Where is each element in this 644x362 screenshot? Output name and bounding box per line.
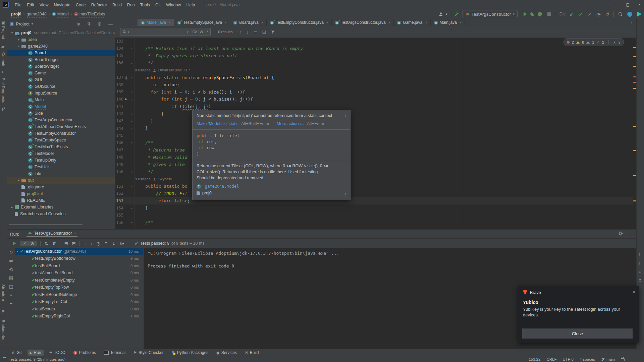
breadcrumb-item[interactable]: proj0 xyxy=(11,12,21,16)
test-history-icon[interactable]: ◷ xyxy=(94,241,102,246)
tree-item[interactable]: ▾game2048 xyxy=(7,43,115,50)
tree-item[interactable]: ▸.idea xyxy=(7,36,115,43)
build-hammer-icon[interactable] xyxy=(454,12,459,17)
scroll-to-source-icon[interactable]: ⌖ xyxy=(10,293,12,298)
line-separator[interactable]: CRLF xyxy=(546,357,556,361)
chevron-icon[interactable]: ▸ xyxy=(16,179,21,182)
tree-item[interactable]: Board xyxy=(7,50,115,56)
minimize-button[interactable]: — xyxy=(613,2,617,7)
rerun-tests-button[interactable] xyxy=(13,242,16,245)
tree-item[interactable]: InputSource xyxy=(7,90,115,97)
caret-position[interactable]: 153:22 xyxy=(529,357,540,361)
next-problem-icon[interactable]: ∨ xyxy=(618,41,621,44)
tree-item[interactable]: Tile xyxy=(7,170,115,177)
maximize-button[interactable]: ▢ xyxy=(626,2,630,7)
toolwindow-button-problems[interactable]: !Problems xyxy=(71,350,98,356)
project-tool-icon[interactable]: ▣ xyxy=(1,20,5,25)
prev-occurrence-icon[interactable]: ↑ xyxy=(239,29,242,35)
next-occurrence-icon[interactable]: ↓ xyxy=(247,29,249,35)
test-root-row[interactable]: ▾✔ TestArgsConstructor(game2048)10 ms xyxy=(15,248,143,255)
tree-item[interactable]: Main xyxy=(7,97,115,103)
tab-close-icon[interactable]: × xyxy=(225,20,227,24)
chevron-icon[interactable]: ▾ xyxy=(9,31,15,35)
show-passed-toggle[interactable]: ✓ xyxy=(21,241,29,246)
ide-update-icon[interactable]: ↑ xyxy=(627,12,632,17)
toolwindow-button-git[interactable]: ⋔Git xyxy=(9,350,24,356)
select-all-occurrences-icon[interactable]: ▭ xyxy=(253,29,257,35)
expand-all-icon[interactable]: ⊞ xyxy=(62,241,70,246)
filter-icon[interactable] xyxy=(271,30,275,34)
tree-item[interactable]: TestAtLeastOneMoveExists xyxy=(7,123,115,130)
run-tab-close-icon[interactable]: × xyxy=(74,231,76,235)
tab-options-icon[interactable]: ⋮ xyxy=(630,20,634,25)
locate-file-icon[interactable]: ⊕ xyxy=(76,21,80,26)
readonly-lock-icon[interactable] xyxy=(621,358,625,361)
menu-item-file[interactable]: File xyxy=(12,3,24,7)
git-commit-button[interactable] xyxy=(578,12,583,17)
toolwindow-button-run[interactable]: Run xyxy=(28,350,44,356)
rerun-icon[interactable]: ↻ xyxy=(9,250,13,255)
project-dropdown-icon[interactable]: ▾ xyxy=(32,22,33,25)
menu-item-navigate[interactable]: Navigate xyxy=(51,3,73,7)
stripe-structure[interactable]: Structure xyxy=(1,284,5,301)
tab-close-icon[interactable]: × xyxy=(326,20,328,24)
stripe-project[interactable]: Project xyxy=(1,26,5,39)
chevron-icon[interactable]: ▸ xyxy=(16,38,21,41)
notification-close-icon[interactable]: × xyxy=(633,289,635,294)
toolwindow-button-todo[interactable]: ≣TODO xyxy=(47,350,68,356)
stripe-commit[interactable]: Commit xyxy=(1,52,5,66)
words-toggle[interactable]: W xyxy=(200,30,203,34)
panel-settings-icon[interactable] xyxy=(97,22,102,26)
sort-by-duration-icon[interactable]: ⇵ xyxy=(50,241,58,246)
test-row[interactable]: ✔ testFullBoardNoMerge0 ms xyxy=(15,291,143,298)
toggle-auto-test-icon[interactable]: ⇄ xyxy=(9,258,13,263)
menu-item-git[interactable]: Git xyxy=(153,3,163,7)
tab-close-icon[interactable]: × xyxy=(425,20,427,24)
test-row[interactable]: ✔ testEmptyRightCol1 ms xyxy=(15,313,143,320)
folder-icon[interactable]: ▰ xyxy=(1,44,4,49)
collapse-all-icon[interactable]: ⊟ xyxy=(70,241,78,246)
search-history-icon[interactable]: ▾ xyxy=(128,31,129,34)
hide-panel-icon[interactable]: — xyxy=(108,21,113,26)
test-wrench-icon[interactable] xyxy=(9,267,13,272)
editor-tab[interactable]: Main.java× xyxy=(431,19,465,26)
chevron-icon[interactable]: ▾ xyxy=(15,250,20,253)
scroll-down-icon[interactable]: ↓ xyxy=(638,261,640,265)
tree-item[interactable]: ▾proj0sources root, C:\Users\David Nicul… xyxy=(7,29,115,36)
menu-item-build[interactable]: Build xyxy=(110,3,124,7)
add-occurrence-icon[interactable]: ⊞ xyxy=(262,29,266,35)
run-settings-icon[interactable] xyxy=(619,231,623,236)
breadcrumb-item[interactable]: game2048 xyxy=(27,12,47,16)
toolwindow-button-build[interactable]: ⚒Build xyxy=(243,350,261,356)
rollback-button[interactable]: ↺ xyxy=(605,11,609,17)
history-button[interactable]: ◷ xyxy=(596,11,600,17)
play-colorful-icon[interactable] xyxy=(637,12,641,16)
soft-wrap-icon[interactable]: ≡ xyxy=(638,269,641,274)
import-results-icon[interactable]: ↥ xyxy=(102,241,110,246)
tree-item[interactable]: README xyxy=(7,197,115,204)
indent-setting[interactable]: 4 spaces xyxy=(580,357,595,361)
coverage-button[interactable] xyxy=(537,12,542,17)
tree-item[interactable]: Side xyxy=(7,110,115,117)
tree-item[interactable]: proj0.iml xyxy=(7,190,115,197)
quick-fix-link[interactable]: Make 'Model.tile' static xyxy=(197,121,238,126)
tree-item[interactable]: ▸out xyxy=(7,177,115,184)
tree-item[interactable]: TestUtils xyxy=(7,164,115,170)
editor-tab[interactable]: TestArgsConstructor.java× xyxy=(332,19,394,26)
tab-close-icon[interactable]: × xyxy=(460,20,462,24)
tree-item[interactable]: TestUpOnly xyxy=(7,157,115,164)
menu-item-refactor[interactable]: Refactor xyxy=(89,3,110,7)
close-button[interactable]: × xyxy=(638,2,641,7)
layout-icon[interactable]: ▤ xyxy=(9,275,13,280)
tree-item[interactable]: TestMaxTileExists xyxy=(7,143,115,150)
tree-item[interactable]: GUI xyxy=(7,76,115,83)
menu-item-code[interactable]: Code xyxy=(73,3,89,7)
next-test-icon[interactable]: ↓ xyxy=(88,241,95,246)
toolwindow-button-terminal[interactable]: ›Terminal xyxy=(102,350,128,356)
popup-bottom-options-icon[interactable]: ⋮ xyxy=(343,192,347,197)
prev-problem-icon[interactable]: ∧ xyxy=(613,41,615,44)
newline-icon[interactable]: ↵ xyxy=(187,30,190,34)
test-row[interactable]: ✔ testAlmostFullBoard0 ms xyxy=(15,269,143,277)
run-tab[interactable]: TestArgsConstructor × xyxy=(26,231,77,237)
tree-item[interactable]: TestModel xyxy=(7,150,115,157)
